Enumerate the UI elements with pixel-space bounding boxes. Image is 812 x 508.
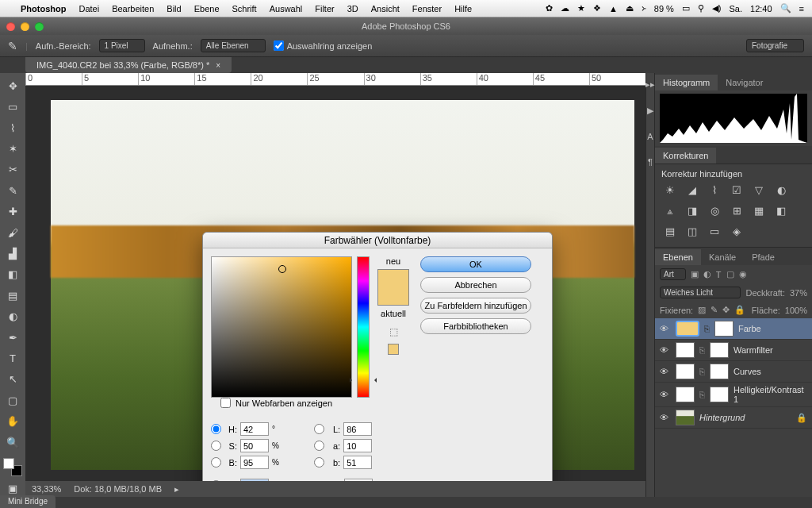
clock-day[interactable]: Sa. (730, 4, 743, 13)
opacity-value[interactable]: 37% (790, 288, 807, 298)
status-icon[interactable]: ⏏ (626, 3, 634, 13)
visibility-icon[interactable]: 👁 (660, 413, 671, 422)
a-radio[interactable] (314, 441, 324, 451)
layer-mask[interactable] (714, 321, 733, 337)
selective-icon[interactable]: ◈ (730, 225, 744, 237)
filter-icon[interactable]: ▣ (691, 269, 699, 279)
battery-icon[interactable]: ▭ (682, 3, 690, 13)
b-radio[interactable] (314, 457, 324, 468)
clock-time[interactable]: 12:40 (750, 4, 772, 13)
close-window-icon[interactable] (6, 22, 15, 31)
show-ring-checkbox[interactable]: Auswahlring anzeigen (274, 40, 373, 51)
gradient-map-icon[interactable]: ▭ (707, 225, 722, 237)
layer-row[interactable]: 👁⎘Warmfilter (655, 340, 812, 361)
menu-auswahl[interactable]: Auswahl (270, 4, 303, 13)
a-field[interactable] (343, 439, 372, 452)
filter-icon[interactable]: T (716, 270, 722, 279)
h-field[interactable] (240, 422, 269, 436)
layer-thumb[interactable] (676, 321, 699, 337)
menu-datei[interactable]: Datei (79, 4, 99, 13)
r-radio[interactable] (211, 480, 221, 481)
bv-radio[interactable] (211, 457, 221, 468)
volume-icon[interactable]: ◀) (712, 3, 722, 13)
path-tool[interactable]: ↖ (4, 371, 21, 387)
spotlight-icon[interactable]: 🔍 (780, 3, 791, 13)
ok-button[interactable]: OK (420, 256, 531, 272)
filter-icon[interactable]: ◉ (739, 269, 747, 279)
zoom-level[interactable]: 33,33% (32, 484, 61, 494)
s-field[interactable] (240, 439, 269, 452)
menu-fenster[interactable]: Fenster (412, 4, 442, 13)
hue-slider[interactable] (357, 256, 370, 398)
stamp-tool[interactable]: ▟ (4, 245, 21, 261)
zoom-window-icon[interactable] (35, 22, 44, 31)
lasso-tool[interactable]: ⌇ (4, 120, 21, 136)
doc-size[interactable]: Dok: 18,0 MB/18,0 MB (74, 484, 162, 494)
status-icon[interactable]: ❖ (593, 3, 601, 13)
tab-ebenen[interactable]: Ebenen (655, 249, 701, 265)
document-tab[interactable]: IMG_4040.CR2 bei 33,3% (Farbe, RGB/8*) *… (25, 57, 232, 73)
tab-pfade[interactable]: Pfade (744, 249, 783, 265)
zoom-tool[interactable]: 🔍 (4, 434, 21, 450)
layer-row[interactable]: 👁⎘Helligkeit/Kontrast 1 (655, 383, 812, 407)
r-field[interactable] (240, 479, 269, 481)
photo-filter-icon[interactable]: ◎ (707, 204, 722, 217)
curves-icon[interactable]: ⌇ (707, 183, 722, 196)
bv-field[interactable] (240, 456, 269, 469)
visibility-icon[interactable]: 👁 (660, 345, 671, 355)
exposure-icon[interactable]: ☑ (730, 183, 744, 196)
status-icon[interactable]: ▲ (609, 4, 618, 13)
posterize-icon[interactable]: ▤ (663, 225, 677, 237)
layer-thumb[interactable] (676, 410, 695, 425)
menu-schrift[interactable]: Schrift (232, 4, 257, 13)
filter-icon[interactable]: ◐ (703, 269, 711, 279)
collapsed-panel-icon[interactable]: ¶ (648, 157, 653, 167)
layer-thumb[interactable] (676, 387, 695, 402)
pen-tool[interactable]: ✒ (4, 329, 21, 345)
workspace-select[interactable]: Fotografie (746, 39, 804, 52)
menu-ansicht[interactable]: Ansicht (371, 4, 400, 13)
wifi-icon[interactable]: ⚲ (698, 3, 704, 13)
collapsed-panel-icon[interactable]: A (647, 132, 653, 141)
eyedropper-icon[interactable]: ✎ (8, 40, 17, 52)
layer-row[interactable]: 👁Hintergrund🔒 (655, 407, 812, 429)
lock-icon[interactable]: 🔒 (734, 305, 745, 315)
h-radio[interactable] (211, 424, 221, 434)
color-libraries-button[interactable]: Farbbibliotheken (420, 318, 531, 334)
heal-tool[interactable]: ✚ (4, 203, 21, 219)
status-icon[interactable]: ☁ (561, 3, 569, 13)
cube-icon[interactable]: ⬚ (389, 326, 398, 337)
lock-icon[interactable]: ✥ (722, 305, 730, 315)
crop-tool[interactable]: ✂ (4, 162, 21, 178)
horizontal-ruler[interactable]: 05101520253035404550 (25, 73, 645, 86)
blend-mode-select[interactable]: Weiches Licht (660, 287, 741, 298)
collapsed-panel-icon[interactable]: ▸▸ (645, 79, 655, 90)
web-only-checkbox[interactable]: Nur Webfarben anzeigen (211, 398, 412, 414)
layer-mask[interactable] (710, 387, 729, 402)
status-icon[interactable]: ★ (577, 3, 585, 13)
gradient-tool[interactable]: ▤ (4, 287, 21, 303)
close-tab-icon[interactable]: × (216, 61, 220, 70)
eraser-tool[interactable]: ◧ (4, 267, 21, 283)
color-cursor-icon[interactable] (278, 265, 286, 273)
quickmask-toggle[interactable]: ▣ (4, 481, 21, 497)
layer-row[interactable]: 👁⎘Farbe (655, 318, 812, 340)
chevron-right-icon[interactable]: ▸ (174, 484, 179, 495)
move-tool[interactable]: ✥ (4, 78, 21, 94)
brush-tool[interactable]: 🖌 (4, 225, 21, 241)
visibility-icon[interactable]: 👁 (660, 390, 671, 399)
lookup-icon[interactable]: ▦ (752, 204, 766, 217)
lock-icon[interactable]: ✎ (710, 305, 718, 315)
color-field[interactable] (211, 256, 352, 398)
mixer-icon[interactable]: ⊞ (730, 204, 744, 217)
brightness-icon[interactable]: ☀ (663, 183, 677, 196)
l-radio[interactable] (314, 424, 324, 434)
bw-icon[interactable]: ◨ (685, 204, 699, 217)
fill-value[interactable]: 100% (785, 306, 807, 315)
add-swatches-button[interactable]: Zu Farbfeldern hinzufügen (420, 298, 531, 314)
layer-mask[interactable] (710, 364, 729, 379)
layer-mask[interactable] (710, 342, 729, 358)
fg-bg-swatch[interactable] (3, 458, 22, 475)
layer-thumb[interactable] (676, 364, 695, 379)
sample-layers-select[interactable]: Alle Ebenen (201, 39, 266, 52)
